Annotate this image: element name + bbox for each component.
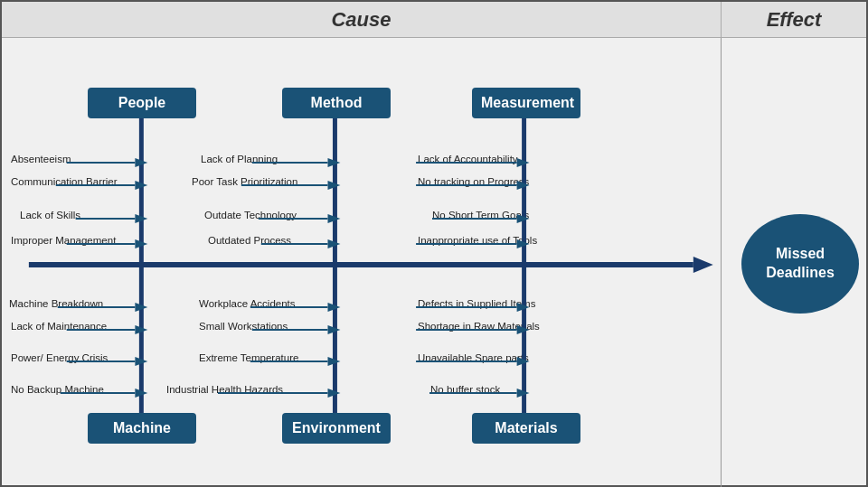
power-crisis-label: Power/ Energy Crisis xyxy=(11,352,108,363)
measurement-category: Measurement xyxy=(472,88,580,118)
svg-marker-19 xyxy=(327,181,340,190)
svg-marker-55 xyxy=(517,389,530,398)
small-workstations-label: Small Workstations xyxy=(199,321,288,332)
svg-marker-23 xyxy=(327,239,340,248)
no-tracking-label: No tracking on Progress xyxy=(418,176,529,187)
environment-category: Environment xyxy=(282,413,391,444)
outdate-tech-label: Outdate Technology xyxy=(204,210,297,220)
outdated-process-label: Outdated Process xyxy=(208,235,291,246)
lack-planning-label: Lack of Planning xyxy=(201,154,278,164)
effect-header: Effect xyxy=(722,2,866,37)
svg-marker-1 xyxy=(693,257,713,273)
svg-marker-13 xyxy=(135,214,147,223)
svg-marker-9 xyxy=(135,158,147,167)
workplace-accidents-label: Workplace Accidents xyxy=(199,298,296,309)
svg-marker-33 xyxy=(135,303,147,312)
improper-management-label: Improper Management xyxy=(11,235,116,246)
svg-marker-25 xyxy=(517,158,530,167)
svg-marker-37 xyxy=(135,357,147,366)
svg-marker-41 xyxy=(327,303,340,312)
svg-marker-47 xyxy=(327,389,340,398)
main-area: People Method Measurement Machine Enviro… xyxy=(2,38,866,487)
svg-marker-21 xyxy=(327,214,340,223)
effect-ellipse: Missed Deadlines xyxy=(741,214,859,314)
no-short-goals-label: No Short Term Goals xyxy=(432,210,529,220)
header-row: Cause Effect xyxy=(2,2,866,38)
svg-marker-43 xyxy=(327,325,340,334)
svg-marker-11 xyxy=(135,181,147,190)
svg-marker-39 xyxy=(135,389,147,398)
vertical-divider xyxy=(721,38,722,487)
method-category: Method xyxy=(282,88,391,118)
lack-accountability-label: Lack of Accountability xyxy=(418,154,518,164)
shortage-raw-label: Shortage in Raw Materials xyxy=(418,321,540,332)
machine-category: Machine xyxy=(88,413,196,444)
svg-marker-15 xyxy=(135,239,147,248)
poor-task-label: Poor Task Prioritization xyxy=(192,176,297,187)
svg-marker-17 xyxy=(327,158,340,167)
unavailable-spare-label: Unavailable Spare parts xyxy=(418,352,529,363)
no-backup-label: No Backup Machine xyxy=(11,384,104,395)
industrial-hazards-label: Industrial Health Hazards xyxy=(166,384,283,395)
people-category: People xyxy=(88,88,196,118)
machine-breakdown-label: Machine Breakdown xyxy=(9,298,103,309)
svg-marker-45 xyxy=(327,357,340,366)
diagram-container: Cause Effect xyxy=(0,0,868,487)
extreme-temp-label: Extreme Temperature xyxy=(199,352,298,363)
lack-skills-label: Lack of Skills xyxy=(20,210,80,220)
communication-barrier-label: Communication Barrier xyxy=(11,176,118,187)
absenteeism-label: Absenteeism xyxy=(11,154,71,164)
no-buffer-stock-label: No buffer stock xyxy=(430,384,500,395)
cause-header: Cause xyxy=(2,2,722,37)
lack-maintenance-label: Lack of Maintenance xyxy=(11,321,107,332)
defects-supplied-label: Defects in Supplied Items xyxy=(418,298,535,309)
inappropriate-tools-label: Inappropriate use of Tools xyxy=(418,235,537,246)
materials-category: Materials xyxy=(472,413,580,444)
svg-marker-35 xyxy=(135,325,147,334)
